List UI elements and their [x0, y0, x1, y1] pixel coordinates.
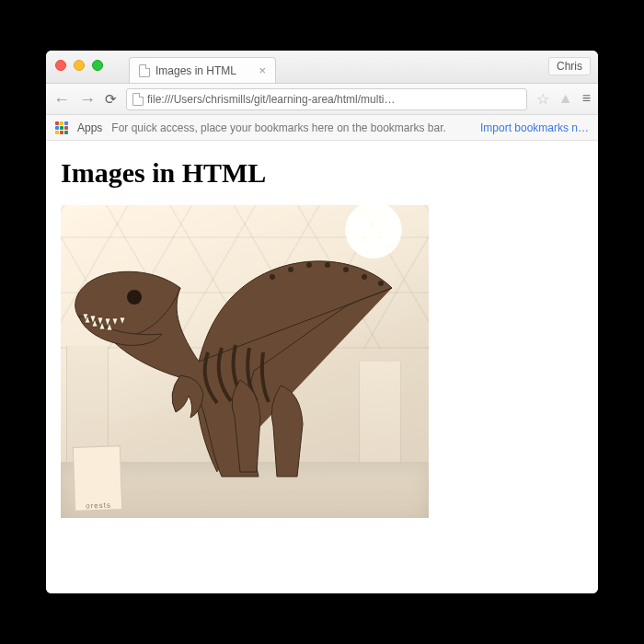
page-viewport[interactable]: Images in HTML orests	[46, 141, 598, 593]
browser-window: Images in HTML × Chris ← → ⟳ file:///Use…	[46, 51, 598, 593]
page-file-icon	[132, 93, 144, 106]
apps-icon[interactable]	[55, 121, 68, 134]
minimize-window-button[interactable]	[74, 60, 85, 71]
svg-point-4	[325, 262, 330, 268]
url-text: file:///Users/chrismills/git/learning-ar…	[147, 93, 521, 106]
file-icon	[139, 64, 150, 77]
address-bar[interactable]: file:///Users/chrismills/git/learning-ar…	[126, 88, 527, 110]
maximize-window-button[interactable]	[92, 60, 103, 71]
close-window-button[interactable]	[55, 60, 66, 71]
exhibit-sign-text: orests	[86, 501, 111, 511]
bookmarks-hint: For quick access, place your bookmarks h…	[111, 121, 446, 134]
back-button[interactable]: ←	[53, 91, 70, 108]
svg-point-2	[288, 267, 293, 272]
window-controls	[55, 60, 103, 71]
dinosaur-skeleton-illustration	[70, 224, 410, 500]
browser-tab[interactable]: Images in HTML ×	[129, 57, 276, 83]
drive-icon[interactable]: ▲	[558, 90, 573, 108]
svg-point-6	[362, 274, 367, 280]
svg-point-5	[343, 267, 349, 272]
bookmarks-bar: Apps For quick access, place your bookma…	[46, 115, 598, 141]
svg-point-7	[378, 281, 384, 286]
titlebar: Images in HTML × Chris	[46, 51, 598, 84]
omnibox-actions: ☆ ▲ ≡	[536, 90, 591, 108]
import-bookmarks-link[interactable]: Import bookmarks n…	[480, 121, 589, 134]
tab-title: Images in HTML	[155, 64, 236, 77]
toolbar: ← → ⟳ file:///Users/chrismills/git/learn…	[46, 84, 598, 115]
profile-button[interactable]: Chris	[548, 57, 591, 75]
bookmark-star-icon[interactable]: ☆	[536, 90, 549, 108]
svg-point-3	[306, 262, 312, 268]
reload-button[interactable]: ⟳	[105, 92, 117, 106]
close-tab-button[interactable]: ×	[259, 63, 266, 77]
page-heading: Images in HTML	[61, 157, 583, 189]
svg-point-1	[270, 274, 275, 280]
svg-point-0	[127, 290, 142, 305]
apps-label[interactable]: Apps	[77, 121, 102, 134]
forward-button[interactable]: →	[79, 91, 96, 108]
menu-icon[interactable]: ≡	[582, 90, 591, 108]
content-image: orests	[61, 205, 429, 518]
profile-name: Chris	[557, 60, 582, 73]
museum-background: orests	[61, 205, 429, 518]
